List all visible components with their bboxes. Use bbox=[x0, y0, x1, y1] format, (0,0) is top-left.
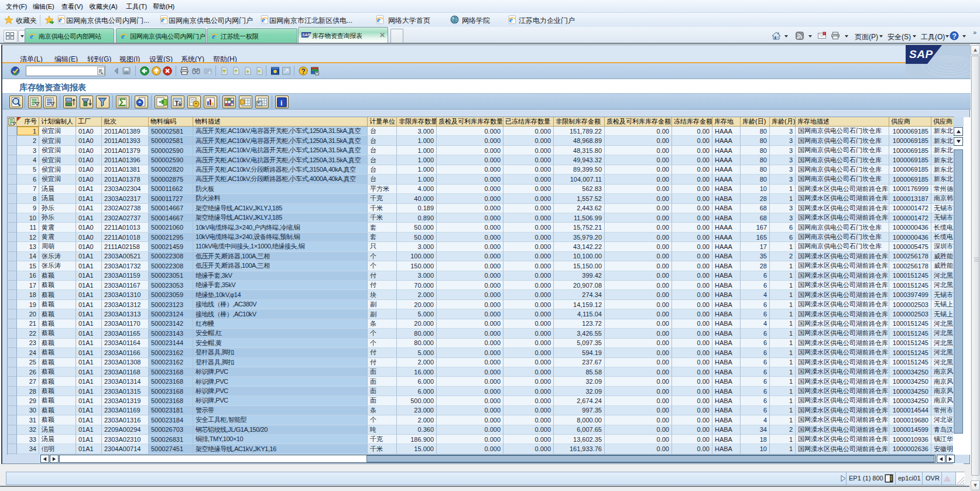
svg-text:e: e bbox=[509, 15, 513, 24]
svg-text:?: ? bbox=[301, 67, 306, 76]
svg-text:e: e bbox=[59, 15, 62, 24]
svg-text:T: T bbox=[175, 100, 179, 107]
svg-text:e: e bbox=[262, 15, 265, 24]
svg-text:SAP: SAP bbox=[302, 33, 310, 37]
svg-text:e: e bbox=[121, 32, 125, 40]
svg-text:e: e bbox=[161, 15, 165, 24]
svg-text:e: e bbox=[377, 15, 381, 24]
svg-text:i: i bbox=[280, 98, 283, 107]
svg-text:e: e bbox=[212, 32, 215, 40]
svg-text:e: e bbox=[30, 32, 33, 40]
svg-text:SAP: SAP bbox=[909, 48, 933, 60]
svg-text:?: ? bbox=[952, 32, 957, 40]
